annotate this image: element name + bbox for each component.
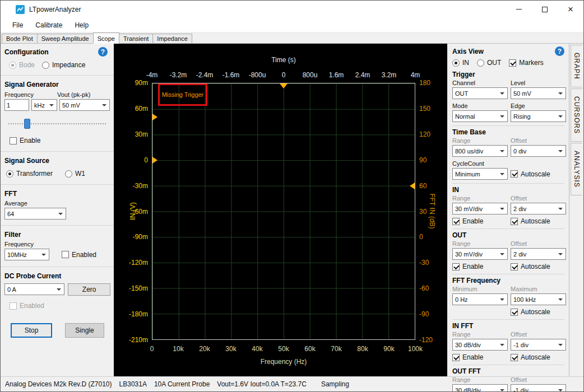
freq-tick-label: 20k bbox=[199, 345, 210, 353]
vout-select[interactable]: 50 mV bbox=[59, 99, 110, 111]
right-control-panel: Axis View ? IN OUT Markers Trigger bbox=[447, 44, 569, 376]
axis-in-radio[interactable]: IN bbox=[452, 59, 469, 67]
in-fft-enable-checkbox[interactable]: Enable bbox=[452, 353, 508, 361]
separator bbox=[452, 183, 564, 184]
combo-value: 30 mV/div bbox=[455, 206, 483, 212]
close-button[interactable]: × bbox=[558, 1, 583, 18]
in-enable-checkbox[interactable]: Enable bbox=[452, 217, 508, 225]
dc-probe-current-select[interactable]: 0 A bbox=[4, 283, 64, 295]
markers-checkbox[interactable]: Markers bbox=[509, 59, 543, 67]
out-offset-select[interactable]: 2 div bbox=[511, 248, 566, 260]
frequency-input[interactable] bbox=[4, 99, 29, 111]
help-icon[interactable]: ? bbox=[98, 47, 108, 57]
plot-area[interactable]: Time (s) Frequency (Hz) IN (V) FFT IN (d… bbox=[114, 44, 447, 376]
fft-level-marker[interactable] bbox=[410, 183, 415, 189]
impedance-radio[interactable]: Impedance bbox=[42, 61, 85, 69]
menu-help[interactable]: Help bbox=[68, 19, 95, 31]
minimum-label: Minimum bbox=[452, 286, 508, 292]
filter-enabled-checkbox[interactable]: Enabled bbox=[62, 251, 96, 259]
tab-sweep-amplitude[interactable]: Sweep Amplitude bbox=[37, 34, 94, 43]
amplitude-slider[interactable] bbox=[8, 119, 106, 129]
tab-transient[interactable]: Transient bbox=[119, 34, 153, 43]
in-tick-label: 0 bbox=[144, 156, 148, 164]
filter-frequency-select[interactable]: 10MHz bbox=[4, 249, 49, 260]
tab-bode-plot[interactable]: Bode Plot bbox=[2, 34, 38, 43]
fft-average-select[interactable]: 64 bbox=[4, 208, 66, 220]
chevron-down-icon bbox=[58, 213, 63, 215]
out-range-select[interactable]: 30 mV/div bbox=[452, 248, 508, 260]
chevron-down-icon bbox=[500, 150, 504, 152]
offset-label: Offset bbox=[511, 195, 566, 202]
button-label: Zero bbox=[82, 286, 96, 293]
time-base-range-select[interactable]: 800 us/div bbox=[452, 145, 508, 157]
combo-value: 800 us/div bbox=[455, 148, 483, 155]
checkbox-icon bbox=[511, 170, 518, 178]
time-tick-label: -3.2m bbox=[170, 71, 187, 79]
fft-frequency-autoscale-checkbox[interactable]: Autoscale bbox=[511, 308, 566, 316]
bode-radio[interactable]: Bode bbox=[9, 61, 35, 69]
fft-tick-label: -90 bbox=[419, 310, 429, 318]
transformer-radio[interactable]: Transformer bbox=[6, 170, 53, 178]
out-autoscale-checkbox[interactable]: Autoscale bbox=[511, 263, 566, 270]
cyclecount-select[interactable]: Minimum bbox=[452, 168, 508, 180]
in-offset-select[interactable]: 2 div bbox=[511, 203, 566, 214]
checkbox-label: Enable bbox=[462, 353, 483, 361]
minimize-button[interactable] bbox=[506, 1, 532, 18]
in-level-marker[interactable] bbox=[152, 157, 157, 164]
signal-generator-title: Signal Generator bbox=[4, 81, 59, 88]
trigger-edge-select[interactable]: Rising bbox=[511, 110, 566, 122]
frequency-unit-select[interactable]: kHz bbox=[31, 99, 57, 111]
axis-out-radio[interactable]: OUT bbox=[477, 59, 501, 67]
out-fft-offset-select[interactable]: -1 div bbox=[511, 384, 566, 392]
fft-tick-label: -120 bbox=[419, 336, 433, 344]
maximize-button[interactable] bbox=[532, 1, 558, 18]
generator-enable-checkbox[interactable]: Enable bbox=[10, 137, 110, 144]
tab-scope[interactable]: Scope bbox=[93, 32, 119, 44]
slider-track bbox=[8, 123, 106, 124]
combo-value: 10MHz bbox=[7, 251, 27, 258]
stop-button[interactable]: Stop bbox=[11, 323, 52, 338]
single-button[interactable]: Single bbox=[65, 323, 104, 338]
zero-button[interactable]: Zero bbox=[68, 283, 110, 296]
range-label: Range bbox=[452, 331, 508, 338]
w1-radio[interactable]: W1 bbox=[65, 170, 85, 178]
chevron-down-icon bbox=[558, 150, 563, 152]
in-fft-autoscale-checkbox[interactable]: Autoscale bbox=[511, 353, 566, 361]
fft-frequency-min-select[interactable]: 0 Hz bbox=[452, 293, 508, 305]
time-tick-label: 3.2m bbox=[382, 71, 397, 79]
help-icon[interactable]: ? bbox=[555, 46, 564, 56]
fft-tick-label: 60 bbox=[419, 182, 427, 190]
menu-calibrate[interactable]: Calibrate bbox=[29, 19, 68, 31]
side-tab-cursors[interactable]: CURSORS bbox=[571, 88, 582, 142]
level-label: Level bbox=[511, 80, 566, 86]
radio-icon bbox=[477, 59, 484, 67]
out-enable-checkbox[interactable]: Enable bbox=[452, 263, 508, 270]
checkbox-label: Markers bbox=[519, 59, 543, 67]
in-autoscale-checkbox[interactable]: Autoscale bbox=[511, 217, 566, 225]
scope-page: Configuration ? Bode Impedance Signal Ge… bbox=[1, 44, 583, 376]
trigger-channel-select[interactable]: OUT bbox=[452, 87, 508, 99]
trigger-mode-select[interactable]: Normal bbox=[452, 110, 508, 122]
slider-thumb[interactable] bbox=[24, 119, 30, 129]
out-fft-range-select[interactable]: 30 dB/div bbox=[452, 384, 508, 392]
tab-impedance[interactable]: Impedance bbox=[152, 34, 192, 43]
trigger-time-marker[interactable] bbox=[280, 83, 288, 88]
side-tab-analysis[interactable]: ANALYSIS bbox=[571, 143, 582, 195]
trigger-level-select[interactable]: 50 mV bbox=[511, 87, 566, 99]
radio-icon bbox=[42, 62, 49, 69]
in-range-select[interactable]: 30 mV/div bbox=[452, 203, 508, 214]
checkbox-label: Enabled bbox=[20, 302, 44, 310]
mode-label: Mode bbox=[452, 102, 508, 109]
side-tab-graph[interactable]: GRAPH bbox=[571, 45, 582, 87]
time-base-offset-select[interactable]: 0 div bbox=[511, 145, 566, 157]
time-tick-label: 1.6m bbox=[329, 71, 344, 79]
time-base-autoscale-checkbox[interactable]: Autoscale bbox=[511, 168, 566, 180]
in-fft-range-select[interactable]: 30 dB/div bbox=[452, 339, 508, 351]
in-fft-offset-select[interactable]: -1 div bbox=[511, 339, 566, 351]
dc-probe-enabled-checkbox[interactable]: Enabled bbox=[10, 302, 110, 310]
in-level-marker[interactable] bbox=[152, 114, 157, 120]
menu-file[interactable]: File bbox=[6, 19, 29, 31]
chevron-down-icon bbox=[41, 254, 46, 256]
fft-frequency-max-select[interactable]: 100 kHz bbox=[511, 293, 566, 305]
chevron-down-icon bbox=[500, 173, 504, 175]
